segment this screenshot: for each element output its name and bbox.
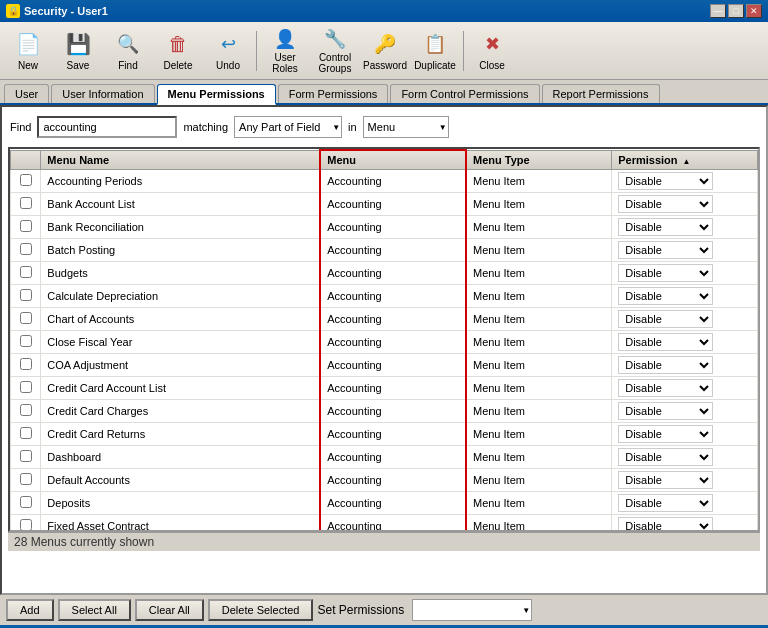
duplicate-button[interactable]: 📋 Duplicate [411, 26, 459, 76]
row-checkbox[interactable] [20, 335, 32, 347]
close-label: Close [479, 60, 505, 71]
tab-menu-permissions[interactable]: Menu Permissions [157, 84, 276, 105]
password-button[interactable]: 🔑 Password [361, 26, 409, 76]
undo-button[interactable]: ↩ Undo [204, 26, 252, 76]
row-checkbox[interactable] [20, 289, 32, 301]
tab-user-information[interactable]: User Information [51, 84, 154, 103]
cell-menu-type: Menu Item [466, 492, 612, 515]
col-header-permission[interactable]: Permission ▲ [612, 150, 758, 170]
delete-label: Delete [164, 60, 193, 71]
permission-select[interactable]: DisableEnableRead Only [618, 471, 713, 489]
delete-selected-button[interactable]: Delete Selected [208, 599, 314, 621]
cell-menu-type: Menu Item [466, 170, 612, 193]
in-select[interactable]: Menu Menu Name Menu Type [363, 116, 449, 138]
close-icon: ✖ [478, 30, 506, 58]
table-row: DepositsAccountingMenu ItemDisableEnable… [11, 492, 758, 515]
save-button[interactable]: 💾 Save [54, 26, 102, 76]
cell-menu: Accounting [320, 423, 466, 446]
minimize-button[interactable]: — [710, 4, 726, 18]
permission-select[interactable]: DisableEnableRead Only [618, 494, 713, 512]
cell-menu: Accounting [320, 446, 466, 469]
cell-menu: Accounting [320, 239, 466, 262]
permission-select[interactable]: DisableEnableRead Only [618, 195, 713, 213]
matching-select[interactable]: Any Part of Field Starts With Exact Matc… [234, 116, 342, 138]
delete-icon: 🗑 [164, 30, 192, 58]
user-roles-button[interactable]: 👤 User Roles [261, 26, 309, 76]
select-all-button[interactable]: Select All [58, 599, 131, 621]
clear-all-button[interactable]: Clear All [135, 599, 204, 621]
permission-select[interactable]: DisableEnableRead Only [618, 448, 713, 466]
duplicate-label: Duplicate [414, 60, 456, 71]
find-input[interactable] [37, 116, 177, 138]
maximize-button[interactable]: □ [728, 4, 744, 18]
control-groups-button[interactable]: 🔧 Control Groups [311, 26, 359, 76]
cell-menu: Accounting [320, 308, 466, 331]
permission-select[interactable]: DisableEnableRead Only [618, 517, 713, 532]
col-header-menu-name[interactable]: Menu Name [41, 150, 320, 170]
cell-menu-name: Calculate Depreciation [41, 285, 320, 308]
close-window-button[interactable]: ✕ [746, 4, 762, 18]
row-checkbox[interactable] [20, 496, 32, 508]
permission-select[interactable]: DisableEnableRead Only [618, 425, 713, 443]
cell-permission: DisableEnableRead Only [612, 170, 758, 193]
cell-menu-type: Menu Item [466, 400, 612, 423]
cell-menu-name: Credit Card Returns [41, 423, 320, 446]
col-header-menu-type[interactable]: Menu Type [466, 150, 612, 170]
row-checkbox[interactable] [20, 473, 32, 485]
permission-select[interactable]: DisableEnableRead Only [618, 264, 713, 282]
tab-form-control-permissions[interactable]: Form Control Permissions [390, 84, 539, 103]
save-label: Save [67, 60, 90, 71]
tab-user[interactable]: User [4, 84, 49, 103]
row-checkbox[interactable] [20, 450, 32, 462]
table-row: Bank Account ListAccountingMenu ItemDisa… [11, 193, 758, 216]
cell-menu-type: Menu Item [466, 354, 612, 377]
row-checkbox[interactable] [20, 220, 32, 232]
permission-select[interactable]: DisableEnableRead Only [618, 287, 713, 305]
permission-select[interactable]: DisableEnableRead Only [618, 241, 713, 259]
row-checkbox[interactable] [20, 174, 32, 186]
row-checkbox[interactable] [20, 312, 32, 324]
row-checkbox[interactable] [20, 358, 32, 370]
new-button[interactable]: 📄 New [4, 26, 52, 76]
cell-permission: DisableEnableRead Only [612, 515, 758, 533]
delete-button[interactable]: 🗑 Delete [154, 26, 202, 76]
tab-report-permissions[interactable]: Report Permissions [542, 84, 660, 103]
cell-menu: Accounting [320, 331, 466, 354]
cell-menu: Accounting [320, 285, 466, 308]
row-checkbox[interactable] [20, 427, 32, 439]
permission-select[interactable]: DisableEnableRead Only [618, 333, 713, 351]
permission-select[interactable]: DisableEnableRead Only [618, 172, 713, 190]
control-groups-label: Control Groups [314, 52, 356, 74]
permission-select[interactable]: DisableEnableRead Only [618, 379, 713, 397]
row-checkbox[interactable] [20, 197, 32, 209]
permission-select[interactable]: DisableEnableRead Only [618, 402, 713, 420]
cell-menu: Accounting [320, 170, 466, 193]
window-title: Security - User1 [24, 5, 108, 17]
table-row: Fixed Asset ContractAccountingMenu ItemD… [11, 515, 758, 533]
permission-select[interactable]: DisableEnableRead Only [618, 218, 713, 236]
cell-permission: DisableEnableRead Only [612, 308, 758, 331]
row-checkbox[interactable] [20, 404, 32, 416]
permission-select[interactable]: DisableEnableRead Only [618, 310, 713, 328]
find-icon: 🔍 [114, 30, 142, 58]
cell-permission: DisableEnableRead Only [612, 239, 758, 262]
row-checkbox[interactable] [20, 519, 32, 531]
undo-icon: ↩ [214, 30, 242, 58]
set-permissions-select[interactable]: Disable Enable Read Only [412, 599, 532, 621]
row-checkbox[interactable] [20, 266, 32, 278]
find-text-label: Find [10, 121, 31, 133]
row-checkbox[interactable] [20, 243, 32, 255]
tab-form-permissions[interactable]: Form Permissions [278, 84, 389, 103]
find-button[interactable]: 🔍 Find [104, 26, 152, 76]
cell-menu-type: Menu Item [466, 308, 612, 331]
cell-permission: DisableEnableRead Only [612, 469, 758, 492]
row-checkbox[interactable] [20, 381, 32, 393]
permission-select[interactable]: DisableEnableRead Only [618, 356, 713, 374]
table-row: Calculate DepreciationAccountingMenu Ite… [11, 285, 758, 308]
close-button[interactable]: ✖ Close [468, 26, 516, 76]
matching-dropdown-wrapper: Any Part of Field Starts With Exact Matc… [234, 116, 342, 138]
col-header-menu[interactable]: Menu [320, 150, 466, 170]
add-button[interactable]: Add [6, 599, 54, 621]
cell-permission: DisableEnableRead Only [612, 262, 758, 285]
table-container[interactable]: Menu Name Menu Menu Type Permission ▲ Ac… [8, 147, 760, 532]
